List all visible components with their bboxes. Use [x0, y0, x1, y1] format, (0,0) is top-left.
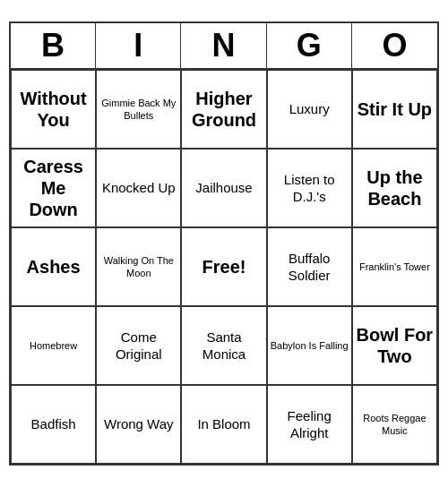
bingo-grid: Without YouGimmie Back My BulletsHigher …	[11, 70, 437, 464]
bingo-cell: Free!	[181, 227, 266, 306]
bingo-cell: Wrong Way	[96, 385, 181, 464]
bingo-cell: Babylon Is Falling	[267, 306, 352, 385]
bingo-cell: Buffalo Soldier	[267, 227, 352, 306]
bingo-cell: Knocked Up	[96, 149, 181, 227]
bingo-cell: Santa Monica	[181, 306, 266, 385]
bingo-cell: Without You	[11, 70, 96, 149]
bingo-cell: Luxury	[267, 70, 352, 149]
bingo-cell: Badfish	[11, 385, 96, 464]
bingo-cell: Gimmie Back My Bullets	[96, 70, 181, 149]
bingo-cell: Higher Ground	[181, 70, 266, 149]
bingo-card: BINGO Without YouGimmie Back My BulletsH…	[9, 21, 439, 466]
bingo-header: BINGO	[11, 23, 437, 70]
bingo-cell: Jailhouse	[181, 149, 266, 227]
header-letter: O	[352, 23, 437, 68]
bingo-cell: Feeling Alright	[267, 385, 352, 464]
bingo-cell: Walking On The Moon	[96, 227, 181, 306]
bingo-cell: In Bloom	[181, 385, 266, 464]
bingo-cell: Stir It Up	[352, 70, 437, 149]
bingo-cell: Ashes	[11, 227, 96, 306]
bingo-cell: Come Original	[96, 306, 181, 385]
header-letter: I	[96, 23, 181, 68]
header-letter: B	[11, 23, 96, 68]
header-letter: G	[267, 23, 352, 68]
bingo-cell: Up the Beach	[352, 149, 437, 227]
bingo-cell: Franklin's Tower	[352, 227, 437, 306]
bingo-cell: Roots Reggae Music	[352, 385, 437, 464]
bingo-cell: Listen to D.J.'s	[267, 149, 352, 227]
bingo-cell: Homebrew	[11, 306, 96, 385]
header-letter: N	[181, 23, 266, 68]
bingo-cell: Caress Me Down	[11, 149, 96, 227]
bingo-cell: Bowl For Two	[352, 306, 437, 385]
